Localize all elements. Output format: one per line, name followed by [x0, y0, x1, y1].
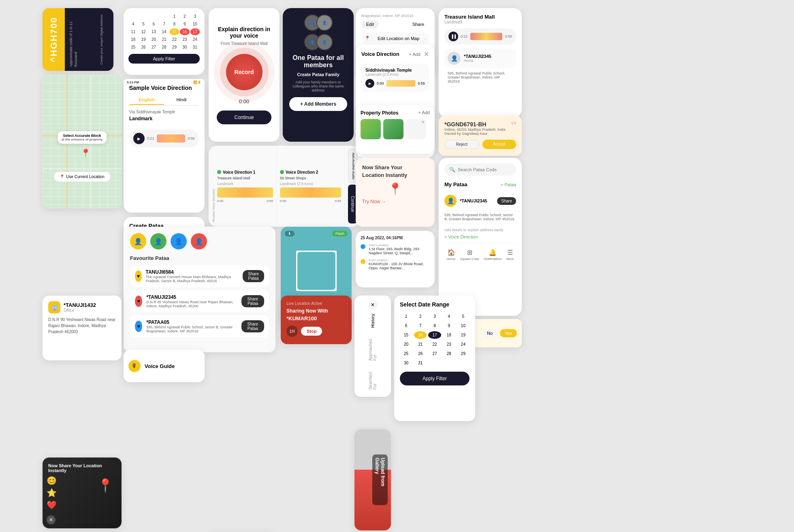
cal-day[interactable]: 9: [180, 21, 189, 28]
upload-gallery-label[interactable]: Upload from Gallery: [372, 455, 388, 505]
play-button[interactable]: ▶: [133, 133, 145, 144]
ti-play-btn[interactable]: ▐▐: [448, 32, 458, 41]
dr-cell[interactable]: 8: [428, 322, 441, 330]
mp-add-pataa-btn[interactable]: + Pataa: [501, 182, 516, 187]
cal-day-today[interactable]: 15: [170, 28, 179, 35]
share-tab[interactable]: Share: [408, 20, 429, 28]
record-button[interactable]: Record: [226, 54, 263, 90]
cal-day[interactable]: 28: [159, 44, 169, 51]
use-current-location-button[interactable]: 📍 Use Current Location: [53, 172, 111, 182]
dr-cell[interactable]: 25: [400, 350, 412, 358]
dr-cell[interactable]: 10: [457, 322, 470, 330]
cal-day[interactable]: 13: [149, 28, 158, 35]
dr-cell-selected[interactable]: 17: [428, 331, 441, 339]
dr-cell[interactable]: 7: [414, 322, 427, 330]
search-pataa-input[interactable]: [458, 167, 514, 172]
cal-day[interactable]: 2: [180, 13, 189, 20]
allow-no-btn[interactable]: No: [482, 329, 497, 337]
dr-cell[interactable]: 29: [457, 350, 470, 358]
cal-day[interactable]: 27: [149, 44, 158, 51]
dr-cell[interactable]: 22: [428, 340, 441, 348]
mp-voice-direction-link[interactable]: + Voice Direction: [444, 234, 516, 239]
cal-day[interactable]: 8: [170, 21, 179, 28]
dr-cell[interactable]: 24: [457, 340, 470, 348]
searched-for-tab[interactable]: Searched For: [367, 366, 379, 392]
fp-share-btn-3[interactable]: Share Pataa: [241, 320, 264, 332]
dr-cell[interactable]: 5: [457, 313, 470, 320]
ll-stop-btn[interactable]: Stop: [301, 327, 322, 336]
dr-cell-today[interactable]: 16: [414, 331, 427, 339]
cal-day[interactable]: 6: [149, 21, 158, 28]
dr-cell[interactable]: 6: [400, 322, 412, 330]
vds-add-btn[interactable]: + Add: [409, 52, 420, 57]
cal-day[interactable]: 4: [128, 21, 138, 28]
dr-cell[interactable]: 23: [443, 340, 455, 348]
map-select-block[interactable]: Select Accurate Block at the entrance of…: [58, 131, 107, 144]
nav-square-code[interactable]: ⊞ Square Code: [460, 249, 479, 261]
fp-share-btn-1[interactable]: Share Pataa: [243, 270, 264, 282]
cal-day[interactable]: 7: [159, 21, 169, 28]
cal-day[interactable]: 23: [180, 36, 189, 43]
nav-more[interactable]: ☰ More: [506, 249, 514, 261]
cal-day[interactable]: 20: [149, 36, 158, 43]
approached-for-tab[interactable]: Approached For: [367, 333, 379, 363]
dr-cell[interactable]: 28: [443, 350, 455, 358]
accept-button[interactable]: Accept: [482, 140, 517, 149]
add-members-button[interactable]: + Add Members: [289, 97, 347, 111]
edit-location-row[interactable]: 📍 Edit Location on Map ›: [361, 32, 429, 44]
nav-home[interactable]: 🏠 Home: [447, 249, 455, 261]
cal-day[interactable]: 24: [190, 36, 200, 43]
cal-day[interactable]: 10: [190, 21, 200, 28]
cal-day[interactable]: 29: [170, 44, 179, 51]
cal-day-selected[interactable]: 17: [190, 28, 200, 35]
back-arrow-icon[interactable]: ←: [128, 84, 133, 91]
vds-close-btn[interactable]: ✕: [424, 50, 429, 58]
cal-day[interactable]: 25: [128, 44, 138, 51]
dr-cell[interactable]: 18: [443, 331, 455, 339]
record-continue-btn[interactable]: Continue: [217, 111, 271, 124]
dr-apply-filter-btn[interactable]: Apply Filter: [400, 372, 470, 385]
vds-play-btn[interactable]: ▶: [365, 79, 374, 88]
dr-cell[interactable]: 26: [414, 350, 427, 358]
pp-close-btn[interactable]: ✕: [406, 119, 426, 139]
tab-hindi[interactable]: Hindi: [164, 95, 199, 105]
fp-share-btn-2[interactable]: Share Pataa: [241, 295, 264, 307]
dr-cell[interactable]: 20: [400, 340, 412, 348]
dr-cell[interactable]: 3: [428, 313, 441, 320]
cal-day[interactable]: 18: [128, 36, 138, 43]
nav-notifications[interactable]: 🔔 Notifications: [484, 249, 502, 261]
dr-cell[interactable]: 9: [443, 322, 455, 330]
history-tab[interactable]: History: [369, 311, 377, 330]
dr-cell[interactable]: 4: [443, 313, 455, 320]
history-close-btn[interactable]: ✕: [368, 300, 378, 309]
dr-cell[interactable]: 15: [400, 331, 412, 339]
dr-cell[interactable]: 27: [428, 350, 441, 358]
cal-day[interactable]: 26: [139, 44, 148, 51]
dr-cell[interactable]: 19: [457, 331, 470, 339]
cal-day[interactable]: 11: [128, 28, 138, 35]
tab-english[interactable]: English: [129, 95, 164, 105]
cal-day-selected[interactable]: 16: [180, 28, 189, 35]
try-now-link[interactable]: Try Now →: [362, 199, 428, 204]
reject-button[interactable]: Reject: [444, 140, 479, 149]
dr-cell[interactable]: 30: [400, 359, 412, 367]
dr-cell[interactable]: 2: [414, 313, 427, 320]
cal-day[interactable]: 21: [159, 36, 169, 43]
apply-filter-button[interactable]: Apply Filter: [128, 54, 200, 64]
cal-day[interactable]: 1: [170, 13, 179, 20]
edit-tab[interactable]: Edit: [361, 20, 379, 28]
dr-cell[interactable]: 1: [400, 313, 412, 320]
cal-day[interactable]: 19: [139, 36, 148, 43]
allow-yes-btn[interactable]: Yes: [500, 329, 517, 337]
mp-share-button[interactable]: Share: [497, 197, 516, 205]
cal-day[interactable]: 5: [139, 21, 148, 28]
cal-day[interactable]: 12: [139, 28, 148, 35]
cal-day[interactable]: 14: [159, 28, 169, 35]
cal-day[interactable]: 30: [180, 44, 189, 51]
pp-add-btn[interactable]: + Add: [418, 110, 430, 116]
cal-day[interactable]: 31: [190, 44, 200, 51]
cal-day[interactable]: 22: [170, 36, 179, 43]
cal-day[interactable]: 3: [190, 13, 200, 20]
share-close-btn[interactable]: ✕: [47, 515, 55, 524]
dr-cell[interactable]: 21: [414, 340, 427, 348]
